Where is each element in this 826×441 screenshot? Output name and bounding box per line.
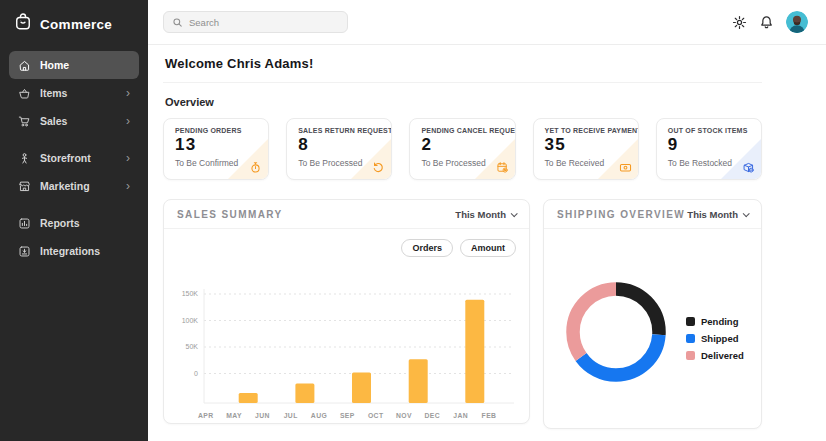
sidebar-item-items[interactable]: Items › [9, 79, 139, 107]
svg-text:AUG: AUG [311, 412, 327, 419]
shipping-overview-card: SHIPPING OVERVIEW This Month Pending Shi… [543, 199, 762, 429]
shipping-period-value: This Month [687, 209, 738, 220]
svg-text:SEP: SEP [340, 412, 355, 419]
sidebar-item-label: Marketing [40, 180, 90, 192]
chevron-right-icon: › [126, 87, 130, 99]
divider [163, 82, 762, 83]
stat-card[interactable]: OUT OF STOCK ITEMS 9 To Be Restocked [656, 118, 762, 180]
corner-accent [351, 139, 391, 179]
stat-label: SALES RETURN REQUESTS [298, 127, 380, 134]
payment-icon [619, 161, 632, 174]
stat-label: PENDING CANCEL REQUESTS [421, 127, 503, 134]
calendar-cancel-icon [496, 161, 509, 174]
main-area: Welcome Chris Adams! Overview PENDING OR… [148, 0, 826, 441]
commerce-bag-logo-icon [13, 12, 33, 36]
app-logo: Commerce [0, 0, 148, 51]
svg-text:50K: 50K [186, 343, 199, 350]
search-icon [172, 17, 183, 28]
sidebar-item-home[interactable]: Home [9, 51, 139, 79]
search-input[interactable] [189, 17, 339, 28]
sidebar-item-storefront[interactable]: Storefront › [9, 144, 139, 172]
stat-card[interactable]: PENDING CANCEL REQUESTS 2 To Be Processe… [409, 118, 515, 180]
chevron-down-icon [511, 210, 518, 217]
shipping-overview-title: SHIPPING OVERVIEW [557, 209, 685, 220]
settings-button[interactable] [732, 15, 747, 30]
sidebar-item-label: Reports [40, 217, 80, 229]
svg-text:DEC: DEC [425, 412, 441, 419]
legend-label: Shipped [701, 333, 738, 344]
chevron-right-icon: › [126, 180, 130, 192]
legend-swatch [686, 351, 695, 360]
stock-box-icon [742, 161, 755, 174]
bell-icon [759, 15, 774, 30]
sidebar-item-label: Integrations [40, 245, 100, 257]
integrations-icon [18, 245, 31, 258]
sidebar-item-reports[interactable]: Reports [9, 209, 139, 237]
sales-summary-header: SALES SUMMARY This Month [164, 200, 529, 229]
svg-text:NOV: NOV [396, 412, 412, 419]
legend-item: Shipped [686, 333, 744, 344]
svg-text:100K: 100K [182, 317, 199, 324]
chevron-right-icon: › [126, 115, 130, 127]
sidebar-nav: Home Items › Sales › [0, 51, 148, 265]
stat-card[interactable]: SALES RETURN REQUESTS 8 To Be Processed [286, 118, 392, 180]
corner-accent [721, 139, 761, 179]
sidebar: Commerce Home Items › [0, 0, 148, 441]
home-icon [18, 59, 31, 72]
svg-text:JUN: JUN [255, 412, 270, 419]
svg-text:APR: APR [198, 412, 214, 419]
store-icon [18, 180, 31, 193]
charts-row: SALES SUMMARY This Month Orders Amount 1… [163, 199, 762, 429]
undo-icon [372, 161, 385, 174]
app-title: Commerce [40, 17, 112, 32]
topbar [148, 0, 826, 45]
chevron-down-icon [743, 210, 750, 217]
sidebar-item-label: Sales [40, 115, 67, 127]
dashboard-content: Welcome Chris Adams! Overview PENDING OR… [148, 45, 826, 429]
stat-label: OUT OF STOCK ITEMS [668, 127, 750, 134]
page-title: Welcome Chris Adams! [165, 56, 762, 71]
legend-label: Pending [701, 316, 738, 327]
nav-group-gap [0, 135, 148, 144]
sidebar-item-label: Home [40, 59, 69, 71]
shipping-period-dropdown[interactable]: This Month [687, 209, 748, 220]
notifications-button[interactable] [759, 15, 774, 30]
chevron-right-icon: › [126, 152, 130, 164]
shipping-donut-chart [564, 280, 668, 384]
series-toggle-group: Orders Amount [401, 239, 516, 257]
corner-accent [598, 139, 638, 179]
sidebar-item-marketing[interactable]: Marketing › [9, 172, 139, 200]
stat-card[interactable]: PENDING ORDERS 13 To Be Confirmed [163, 118, 269, 180]
legend-swatch [686, 317, 695, 326]
sales-summary-title: SALES SUMMARY [177, 209, 283, 220]
nav-group-gap [0, 200, 148, 209]
stopwatch-icon [249, 161, 262, 174]
svg-text:0: 0 [194, 370, 198, 377]
svg-text:MAY: MAY [226, 412, 242, 419]
gear-icon [732, 15, 747, 30]
stat-label: PENDING ORDERS [175, 127, 257, 134]
svg-text:FEB: FEB [482, 412, 497, 419]
sidebar-item-integrations[interactable]: Integrations [9, 237, 139, 265]
orders-toggle-button[interactable]: Orders [401, 239, 453, 257]
donut-legend: Pending Shipped Delivered [686, 316, 744, 361]
cart-icon [18, 115, 31, 128]
sidebar-item-sales[interactable]: Sales › [9, 107, 139, 135]
svg-text:JAN: JAN [453, 412, 468, 419]
overview-section-title: Overview [165, 96, 762, 108]
legend-item: Delivered [686, 350, 744, 361]
legend-label: Delivered [701, 350, 744, 361]
amount-toggle-button[interactable]: Amount [460, 239, 516, 257]
svg-text:150K: 150K [182, 290, 199, 297]
stat-label: YET TO RECEIVE PAYMENTS [545, 127, 627, 134]
bar-chart-icon [18, 217, 31, 230]
svg-text:JUL: JUL [284, 412, 298, 419]
sales-period-dropdown[interactable]: This Month [455, 209, 516, 220]
search-box[interactable] [163, 11, 348, 33]
shipping-overview-header: SHIPPING OVERVIEW This Month [544, 200, 761, 229]
basket-icon [18, 87, 31, 100]
legend-swatch [686, 334, 695, 343]
stat-card[interactable]: YET TO RECEIVE PAYMENTS 35 To Be Receive… [533, 118, 639, 180]
topbar-actions [732, 11, 808, 33]
user-avatar[interactable] [786, 11, 808, 33]
